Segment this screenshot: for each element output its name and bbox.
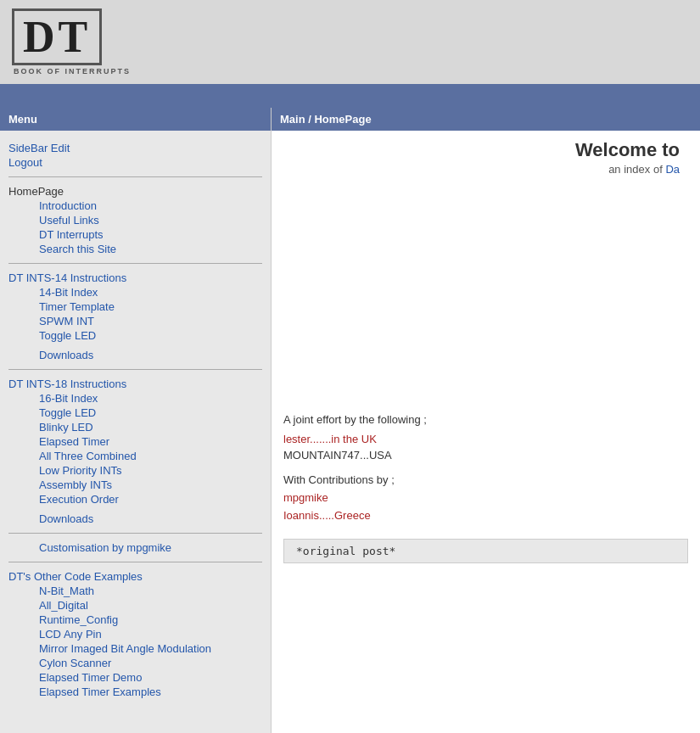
mountain747-text: MOUNTAIN747...USA: [283, 449, 688, 462]
customisation-group: Customisation by mpgmike: [8, 540, 262, 555]
original-post-text: *original post*: [296, 545, 395, 557]
original-post-box: *original post*: [283, 539, 688, 563]
top-bar: [0, 84, 700, 108]
ints14-title-link[interactable]: DT INTS-14 Instructions: [8, 271, 262, 285]
sidebar-edit-link[interactable]: SideBar Edit: [8, 141, 262, 155]
welcome-title: Welcome to: [283, 139, 688, 161]
all-digital-link[interactable]: All_Digital: [39, 598, 262, 613]
lcd-any-pin-link[interactable]: LCD Any Pin: [39, 627, 262, 641]
assembly-ints-link[interactable]: Assembly INTs: [39, 478, 262, 492]
search-site-link[interactable]: Search this Site: [39, 242, 262, 256]
main-content: Welcome to an index of Da A joint effort…: [272, 131, 700, 733]
toggle-led-14-link[interactable]: Toggle LED: [39, 328, 262, 343]
lester-link[interactable]: lester.......in the UK: [283, 431, 688, 449]
blinky-led-link[interactable]: Blinky LED: [39, 420, 262, 434]
divider-5: [8, 562, 262, 562]
other-examples-title-link[interactable]: DT's Other Code Examples: [8, 569, 262, 584]
divider-4: [8, 533, 262, 534]
main-panel: Main / HomePage Welcome to an index of D…: [272, 108, 700, 733]
14bit-index-link[interactable]: 14-Bit Index: [39, 285, 262, 299]
welcome-link[interactable]: Da: [665, 163, 680, 176]
mirror-imaged-link[interactable]: Mirror Imaged Bit Angle Modulation: [39, 641, 262, 656]
ints14-extra: Downloads: [8, 348, 262, 362]
16bit-index-link[interactable]: 16-Bit Index: [39, 391, 262, 406]
joint-effort-section: A joint effort by the following ; lester…: [283, 413, 688, 462]
elapsed-timer-examples-link[interactable]: Elapsed Timer Examples: [39, 685, 262, 699]
homepage-group: Introduction Useful Links DT Interrupts …: [8, 199, 262, 256]
ints18-title-link[interactable]: DT INTS-18 Instructions: [8, 377, 262, 391]
logo-text: DT: [12, 8, 102, 65]
elapsed-timer-link[interactable]: Elapsed Timer: [39, 434, 262, 449]
sidebar-header: Menu: [0, 108, 271, 131]
timer-template-link[interactable]: Timer Template: [39, 299, 262, 314]
low-priority-link[interactable]: Low Priority INTs: [39, 463, 262, 478]
execution-order-link[interactable]: Execution Order: [39, 492, 262, 506]
sidebar-header-label: Menu: [8, 113, 37, 126]
ints18-extra: Downloads: [8, 512, 262, 526]
layout: Menu SideBar Edit Logout HomePage Introd…: [0, 108, 700, 733]
runtime-config-link[interactable]: Runtime_Config: [39, 613, 262, 627]
joint-effort-text: A joint effort by the following ;: [283, 413, 688, 426]
logo-area: DT BOOK OF INTERRUPTS: [0, 0, 700, 84]
contributions-section: With Contributions by ; mpgmike Ioannis.…: [283, 473, 688, 525]
elapsed-timer-demo-link[interactable]: Elapsed Timer Demo: [39, 670, 262, 685]
divider-3: [8, 369, 262, 370]
divider-1: [8, 176, 262, 177]
divider-2: [8, 263, 262, 264]
toggle-led-18-link[interactable]: Toggle LED: [39, 406, 262, 420]
ints14-group: 14-Bit Index Timer Template SPWM INT Tog…: [8, 285, 262, 343]
dt-interrupts-link[interactable]: DT Interrupts: [39, 227, 262, 242]
main-header: Main / HomePage: [272, 108, 700, 131]
nbit-math-link[interactable]: N-Bit_Math: [39, 584, 262, 598]
logout-link[interactable]: Logout: [8, 155, 262, 170]
ioannis-link[interactable]: Ioannis.....Greece: [283, 507, 688, 525]
spwm-int-link[interactable]: SPWM INT: [39, 314, 262, 328]
downloads-14-link[interactable]: Downloads: [39, 348, 262, 362]
logo-subtitle: BOOK OF INTERRUPTS: [12, 67, 131, 76]
other-examples-group: N-Bit_Math All_Digital Runtime_Config LC…: [8, 584, 262, 699]
all-three-combined-link[interactable]: All Three Combined: [39, 449, 262, 463]
downloads-18-link[interactable]: Downloads: [39, 512, 262, 526]
introduction-link[interactable]: Introduction: [39, 199, 262, 213]
useful-links-link[interactable]: Useful Links: [39, 213, 262, 227]
mpgmike-link[interactable]: mpgmike: [283, 490, 688, 507]
sidebar: Menu SideBar Edit Logout HomePage Introd…: [0, 108, 272, 733]
ints18-group: 16-Bit Index Toggle LED Blinky LED Elaps…: [8, 391, 262, 506]
sidebar-content: SideBar Edit Logout HomePage Introductio…: [0, 131, 271, 709]
contributions-title: With Contributions by ;: [283, 473, 688, 486]
welcome-subtitle: an index of Da: [283, 163, 688, 176]
main-header-label: Main / HomePage: [280, 113, 372, 126]
cylon-scanner-link[interactable]: Cylon Scanner: [39, 656, 262, 670]
homepage-title[interactable]: HomePage: [8, 184, 262, 199]
customisation-link[interactable]: Customisation by mpgmike: [39, 540, 262, 555]
